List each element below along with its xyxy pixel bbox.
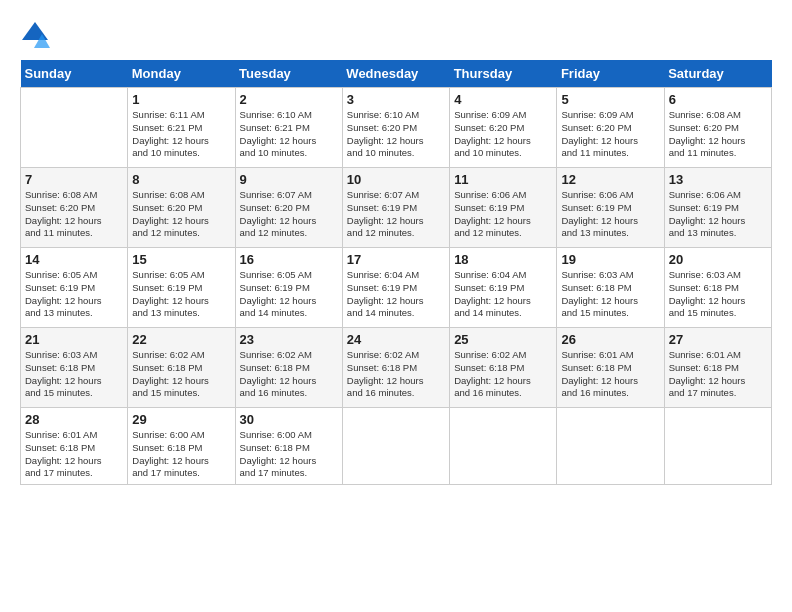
day-number: 3 (347, 92, 445, 107)
day-number: 25 (454, 332, 552, 347)
day-info: Sunrise: 6:06 AM Sunset: 6:19 PM Dayligh… (454, 189, 552, 240)
calendar-week-row: 1Sunrise: 6:11 AM Sunset: 6:21 PM Daylig… (21, 88, 772, 168)
calendar-day-cell: 11Sunrise: 6:06 AM Sunset: 6:19 PM Dayli… (450, 168, 557, 248)
day-number: 12 (561, 172, 659, 187)
calendar-day-cell: 4Sunrise: 6:09 AM Sunset: 6:20 PM Daylig… (450, 88, 557, 168)
day-number: 20 (669, 252, 767, 267)
calendar-day-cell: 24Sunrise: 6:02 AM Sunset: 6:18 PM Dayli… (342, 328, 449, 408)
calendar-day-cell: 30Sunrise: 6:00 AM Sunset: 6:18 PM Dayli… (235, 408, 342, 485)
day-info: Sunrise: 6:09 AM Sunset: 6:20 PM Dayligh… (454, 109, 552, 160)
day-number: 7 (25, 172, 123, 187)
calendar-day-cell (664, 408, 771, 485)
day-number: 21 (25, 332, 123, 347)
calendar-day-cell: 17Sunrise: 6:04 AM Sunset: 6:19 PM Dayli… (342, 248, 449, 328)
day-info: Sunrise: 6:04 AM Sunset: 6:19 PM Dayligh… (454, 269, 552, 320)
calendar-day-cell: 18Sunrise: 6:04 AM Sunset: 6:19 PM Dayli… (450, 248, 557, 328)
day-number: 27 (669, 332, 767, 347)
calendar-day-cell: 1Sunrise: 6:11 AM Sunset: 6:21 PM Daylig… (128, 88, 235, 168)
day-info: Sunrise: 6:02 AM Sunset: 6:18 PM Dayligh… (454, 349, 552, 400)
calendar-day-cell: 6Sunrise: 6:08 AM Sunset: 6:20 PM Daylig… (664, 88, 771, 168)
calendar-day-cell: 23Sunrise: 6:02 AM Sunset: 6:18 PM Dayli… (235, 328, 342, 408)
day-number: 14 (25, 252, 123, 267)
svg-marker-0 (22, 22, 48, 40)
day-info: Sunrise: 6:01 AM Sunset: 6:18 PM Dayligh… (561, 349, 659, 400)
day-number: 6 (669, 92, 767, 107)
day-info: Sunrise: 6:04 AM Sunset: 6:19 PM Dayligh… (347, 269, 445, 320)
calendar-day-cell: 2Sunrise: 6:10 AM Sunset: 6:21 PM Daylig… (235, 88, 342, 168)
day-number: 19 (561, 252, 659, 267)
calendar-header-tuesday: Tuesday (235, 60, 342, 88)
day-info: Sunrise: 6:06 AM Sunset: 6:19 PM Dayligh… (669, 189, 767, 240)
calendar-day-cell: 9Sunrise: 6:07 AM Sunset: 6:20 PM Daylig… (235, 168, 342, 248)
calendar-day-cell: 14Sunrise: 6:05 AM Sunset: 6:19 PM Dayli… (21, 248, 128, 328)
calendar-day-cell: 12Sunrise: 6:06 AM Sunset: 6:19 PM Dayli… (557, 168, 664, 248)
logo-icon (20, 20, 50, 50)
day-number: 9 (240, 172, 338, 187)
day-number: 18 (454, 252, 552, 267)
day-number: 23 (240, 332, 338, 347)
day-info: Sunrise: 6:01 AM Sunset: 6:18 PM Dayligh… (25, 429, 123, 480)
day-info: Sunrise: 6:08 AM Sunset: 6:20 PM Dayligh… (25, 189, 123, 240)
day-info: Sunrise: 6:05 AM Sunset: 6:19 PM Dayligh… (240, 269, 338, 320)
calendar-day-cell: 28Sunrise: 6:01 AM Sunset: 6:18 PM Dayli… (21, 408, 128, 485)
day-number: 16 (240, 252, 338, 267)
day-info: Sunrise: 6:03 AM Sunset: 6:18 PM Dayligh… (669, 269, 767, 320)
day-info: Sunrise: 6:07 AM Sunset: 6:20 PM Dayligh… (240, 189, 338, 240)
calendar-day-cell (21, 88, 128, 168)
day-info: Sunrise: 6:11 AM Sunset: 6:21 PM Dayligh… (132, 109, 230, 160)
calendar-day-cell: 29Sunrise: 6:00 AM Sunset: 6:18 PM Dayli… (128, 408, 235, 485)
day-info: Sunrise: 6:03 AM Sunset: 6:18 PM Dayligh… (25, 349, 123, 400)
day-info: Sunrise: 6:05 AM Sunset: 6:19 PM Dayligh… (25, 269, 123, 320)
day-number: 30 (240, 412, 338, 427)
calendar-day-cell (450, 408, 557, 485)
calendar-day-cell: 26Sunrise: 6:01 AM Sunset: 6:18 PM Dayli… (557, 328, 664, 408)
day-info: Sunrise: 6:05 AM Sunset: 6:19 PM Dayligh… (132, 269, 230, 320)
calendar-header-wednesday: Wednesday (342, 60, 449, 88)
day-info: Sunrise: 6:03 AM Sunset: 6:18 PM Dayligh… (561, 269, 659, 320)
calendar-day-cell (342, 408, 449, 485)
calendar-day-cell: 16Sunrise: 6:05 AM Sunset: 6:19 PM Dayli… (235, 248, 342, 328)
calendar-day-cell: 15Sunrise: 6:05 AM Sunset: 6:19 PM Dayli… (128, 248, 235, 328)
day-info: Sunrise: 6:10 AM Sunset: 6:21 PM Dayligh… (240, 109, 338, 160)
day-number: 29 (132, 412, 230, 427)
calendar-day-cell: 13Sunrise: 6:06 AM Sunset: 6:19 PM Dayli… (664, 168, 771, 248)
day-number: 2 (240, 92, 338, 107)
day-number: 13 (669, 172, 767, 187)
calendar-header-saturday: Saturday (664, 60, 771, 88)
calendar-day-cell: 20Sunrise: 6:03 AM Sunset: 6:18 PM Dayli… (664, 248, 771, 328)
calendar-day-cell: 21Sunrise: 6:03 AM Sunset: 6:18 PM Dayli… (21, 328, 128, 408)
calendar-header-sunday: Sunday (21, 60, 128, 88)
calendar-week-row: 28Sunrise: 6:01 AM Sunset: 6:18 PM Dayli… (21, 408, 772, 485)
calendar-day-cell: 8Sunrise: 6:08 AM Sunset: 6:20 PM Daylig… (128, 168, 235, 248)
header (20, 20, 772, 50)
day-number: 17 (347, 252, 445, 267)
calendar-week-row: 21Sunrise: 6:03 AM Sunset: 6:18 PM Dayli… (21, 328, 772, 408)
day-info: Sunrise: 6:00 AM Sunset: 6:18 PM Dayligh… (132, 429, 230, 480)
day-number: 28 (25, 412, 123, 427)
calendar-day-cell: 25Sunrise: 6:02 AM Sunset: 6:18 PM Dayli… (450, 328, 557, 408)
day-info: Sunrise: 6:06 AM Sunset: 6:19 PM Dayligh… (561, 189, 659, 240)
day-info: Sunrise: 6:08 AM Sunset: 6:20 PM Dayligh… (132, 189, 230, 240)
day-number: 4 (454, 92, 552, 107)
day-number: 22 (132, 332, 230, 347)
day-info: Sunrise: 6:07 AM Sunset: 6:19 PM Dayligh… (347, 189, 445, 240)
calendar-day-cell: 22Sunrise: 6:02 AM Sunset: 6:18 PM Dayli… (128, 328, 235, 408)
day-info: Sunrise: 6:00 AM Sunset: 6:18 PM Dayligh… (240, 429, 338, 480)
logo (20, 20, 55, 50)
calendar-header-monday: Monday (128, 60, 235, 88)
day-number: 10 (347, 172, 445, 187)
day-number: 24 (347, 332, 445, 347)
day-number: 11 (454, 172, 552, 187)
day-info: Sunrise: 6:10 AM Sunset: 6:20 PM Dayligh… (347, 109, 445, 160)
calendar-day-cell (557, 408, 664, 485)
day-info: Sunrise: 6:08 AM Sunset: 6:20 PM Dayligh… (669, 109, 767, 160)
day-number: 15 (132, 252, 230, 267)
day-info: Sunrise: 6:02 AM Sunset: 6:18 PM Dayligh… (240, 349, 338, 400)
calendar-table: SundayMondayTuesdayWednesdayThursdayFrid… (20, 60, 772, 485)
day-info: Sunrise: 6:01 AM Sunset: 6:18 PM Dayligh… (669, 349, 767, 400)
calendar-day-cell: 27Sunrise: 6:01 AM Sunset: 6:18 PM Dayli… (664, 328, 771, 408)
day-number: 26 (561, 332, 659, 347)
calendar-day-cell: 10Sunrise: 6:07 AM Sunset: 6:19 PM Dayli… (342, 168, 449, 248)
day-info: Sunrise: 6:09 AM Sunset: 6:20 PM Dayligh… (561, 109, 659, 160)
day-number: 1 (132, 92, 230, 107)
